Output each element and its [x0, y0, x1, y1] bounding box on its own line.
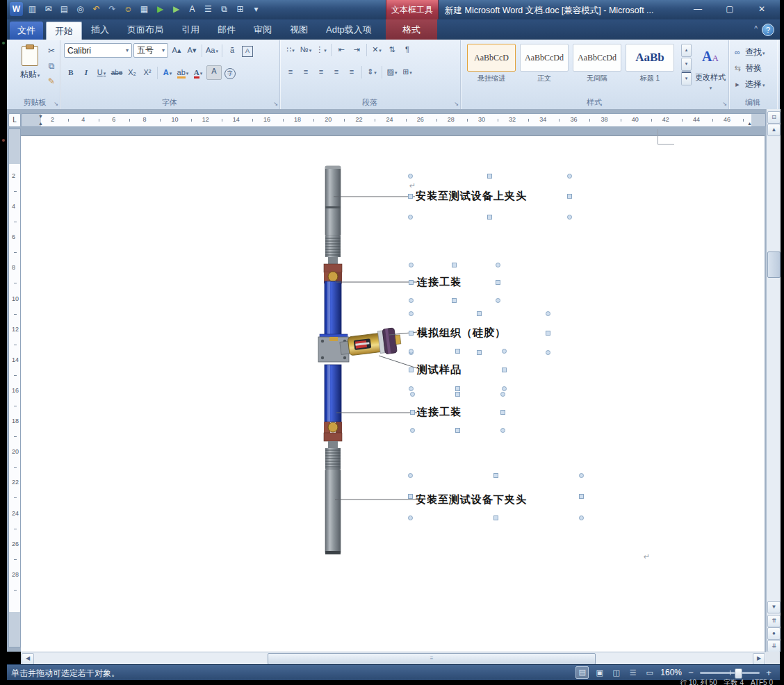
tab-insert[interactable]: 插入	[82, 19, 118, 40]
selection-handle-tm[interactable]	[493, 473, 498, 478]
italic-icon[interactable]: I	[79, 66, 93, 79]
selection-handle-bm[interactable]	[493, 515, 498, 520]
scroll-right-icon[interactable]: ▶	[753, 653, 765, 665]
selection-handle-ml[interactable]	[410, 410, 415, 415]
decrease-indent-icon[interactable]: ⇤	[334, 43, 348, 56]
selection-handle-tm[interactable]	[455, 349, 460, 354]
selection-handle-tl[interactable]	[410, 392, 415, 397]
vertical-scrollbar[interactable]: ⊟ ▲ ▼ ⇈ ● ⇊	[766, 109, 781, 652]
clipboard-dialog-launcher-icon[interactable]: ↘	[54, 101, 58, 107]
zoom-level[interactable]: 160%	[660, 668, 682, 677]
next-page-icon[interactable]: ⇊	[767, 640, 781, 652]
font-family-combo[interactable]: Calibri	[64, 43, 132, 58]
minimize-button[interactable]: —	[688, 2, 708, 16]
gallery-down-icon[interactable]: ▾	[681, 58, 692, 71]
font-color-icon[interactable]: A	[194, 68, 199, 79]
sort-icon[interactable]: ⇅	[385, 43, 399, 56]
selection-handle-bl[interactable]	[410, 428, 415, 433]
text-effects-icon[interactable]: A	[161, 66, 174, 79]
vertical-scroll-thumb[interactable]	[767, 251, 781, 278]
style-item-heading-1[interactable]: AaBb 标题 1	[626, 44, 674, 83]
character-border-icon[interactable]: A	[242, 46, 253, 57]
font-size-combo[interactable]: 五号	[133, 43, 168, 58]
selection-handle-bl[interactable]	[409, 386, 414, 391]
grow-font-icon[interactable]: A▴	[170, 44, 183, 57]
qat-icon-qat-caret[interactable]: ▾	[250, 2, 263, 16]
selection-handle-tr[interactable]	[496, 263, 500, 267]
selection-handle-tm[interactable]	[487, 174, 492, 179]
maximize-button[interactable]: ▢	[720, 2, 740, 16]
tab-home[interactable]: 开始	[46, 22, 82, 40]
selection-handle-ml[interactable]	[409, 368, 414, 372]
qat-icon-run-script[interactable]: ▶	[170, 2, 183, 16]
selection-handle-tr[interactable]	[502, 349, 507, 354]
format-painter-icon[interactable]: ✎	[44, 75, 58, 88]
selection-handle-br[interactable]	[500, 428, 505, 433]
zoom-slider[interactable]	[700, 672, 760, 674]
change-case-icon[interactable]: Aa	[205, 44, 219, 57]
selection-handle-ml[interactable]	[409, 280, 414, 285]
distribute-icon[interactable]: ≡	[345, 65, 359, 79]
increase-indent-icon[interactable]: ⇥	[350, 43, 364, 56]
font-dialog-launcher-icon[interactable]: ↘	[273, 101, 278, 107]
selection-handle-tl[interactable]	[409, 263, 414, 267]
tab-format[interactable]: 格式	[386, 19, 437, 40]
style-item-normal[interactable]: AaBbCcDd 正文	[520, 44, 569, 83]
selection-handle-tl[interactable]	[408, 174, 413, 179]
qat-icon-run-macro[interactable]: ▶	[154, 2, 167, 16]
view-fullscreen-icon[interactable]: ▣	[594, 667, 605, 678]
scroll-up-icon[interactable]: ▲	[767, 124, 781, 136]
borders-icon[interactable]: ⊞	[400, 65, 414, 79]
align-center-icon[interactable]: ≡	[299, 65, 313, 79]
subscript-icon[interactable]: X₂	[125, 66, 139, 79]
previous-page-icon[interactable]: ⇈	[767, 615, 781, 627]
qat-icon-print[interactable]: ▤	[58, 2, 71, 16]
selection-handle-ml[interactable]	[409, 331, 414, 336]
right-indent-marker[interactable]: ▲	[747, 122, 752, 126]
qat-icon-table[interactable]: ▦	[138, 2, 151, 16]
zoom-out-icon[interactable]: −	[687, 668, 695, 678]
view-outline-icon[interactable]: ☰	[627, 667, 639, 678]
paragraph-dialog-launcher-icon[interactable]: ↘	[454, 101, 459, 107]
character-shading-icon[interactable]: A	[206, 65, 222, 80]
selection-handle-br[interactable]	[496, 298, 500, 303]
selection-handle-tl[interactable]	[409, 349, 414, 354]
selection-handle-mr[interactable]	[500, 410, 505, 415]
qat-icon-window-grid[interactable]: ⊞	[234, 2, 247, 16]
selection-handle-mr[interactable]	[502, 368, 507, 372]
selection-handle-br[interactable]	[579, 515, 584, 520]
selection-handle-tm[interactable]	[455, 392, 460, 397]
selection-handle-tr[interactable]	[546, 311, 550, 316]
shading-icon[interactable]: ▨	[385, 65, 399, 79]
selection-handle-bl[interactable]	[408, 515, 413, 520]
view-draft-icon[interactable]: ▭	[644, 667, 655, 678]
numbering-icon[interactable]: №	[299, 43, 313, 56]
selection-handle-bm[interactable]	[487, 215, 492, 220]
copy-icon[interactable]: ⧉	[44, 60, 58, 73]
selection-handle-br[interactable]	[546, 350, 550, 355]
style-item-hanging-indent[interactable]: AaBbCcD 悬挂缩进	[467, 44, 516, 83]
horizontal-scroll-thumb[interactable]: ≡	[268, 653, 596, 665]
selection-handle-tm[interactable]	[452, 263, 457, 267]
styles-dialog-launcher-icon[interactable]: ↘	[722, 101, 727, 107]
qat-icon-word-logo[interactable]: W	[10, 2, 23, 16]
browse-object-icon[interactable]: ●	[767, 627, 781, 640]
selection-handle-mr[interactable]	[546, 331, 550, 336]
qat-icon-redo[interactable]: ↷	[106, 2, 119, 16]
highlight-icon[interactable]: ab	[177, 68, 186, 79]
qat-icon-list[interactable]: ☰	[202, 2, 215, 16]
replace-button[interactable]: ⇆ 替换	[733, 61, 762, 75]
find-button[interactable]: ∞ 查找	[733, 45, 765, 59]
justify-icon[interactable]: ≡	[329, 65, 343, 79]
qat-icon-feedback-smiley[interactable]: ☺	[122, 2, 135, 16]
selection-handle-bm[interactable]	[455, 386, 460, 391]
selection-handle-bm[interactable]	[452, 298, 457, 303]
asian-layout-icon[interactable]: ✕	[370, 43, 384, 56]
tab-stop-selector[interactable]: L	[8, 113, 21, 127]
selection-handle-bl[interactable]	[409, 298, 414, 303]
gallery-up-icon[interactable]: ▴	[681, 44, 692, 57]
view-print-layout-icon[interactable]: ▤	[575, 666, 589, 679]
selection-handle-tr[interactable]	[500, 392, 505, 397]
tab-view[interactable]: 视图	[281, 19, 317, 40]
bullets-icon[interactable]: ∷	[284, 43, 297, 56]
